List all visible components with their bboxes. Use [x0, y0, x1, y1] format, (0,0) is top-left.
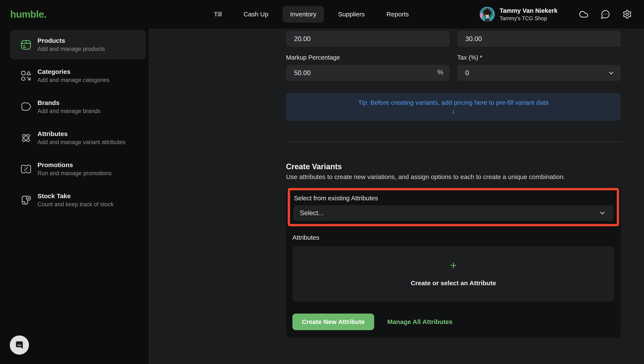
user-name: Tammy Van Niekerk: [500, 7, 557, 14]
sidebar-item-text: Promotions Run and manage promotions: [38, 161, 112, 177]
sidebar-item-label: Brands: [38, 99, 101, 106]
selling-price-input[interactable]: [457, 31, 621, 47]
pricing-tip-banner: Tip: Before creating variants, add prici…: [286, 93, 621, 121]
support-chat-launcher[interactable]: [10, 336, 29, 355]
nav-suppliers[interactable]: Suppliers: [331, 6, 372, 22]
markup-tax-row: Markup Percentage % Tax (%) * 0: [286, 47, 621, 81]
sidebar-item-label: Promotions: [38, 161, 112, 168]
stock-check-icon: [20, 194, 32, 206]
attributes-label: Attributes: [292, 234, 621, 241]
sidebar-item-description: Run and manage promotions: [38, 170, 112, 177]
down-arrow-icon: ↓: [452, 108, 455, 115]
existing-attributes-select[interactable]: Select...: [293, 205, 613, 221]
sidebar-item-description: Add and manage brands: [38, 108, 101, 114]
create-variants-title: Create Variants: [286, 162, 621, 171]
sidebar-item-text: Products Add and manage products: [38, 37, 105, 52]
sidebar-item-label: Stock Take: [38, 192, 114, 200]
tax-select[interactable]: 0: [457, 65, 621, 81]
nav-cash-up[interactable]: Cash Up: [236, 6, 276, 22]
nav-till[interactable]: Till: [206, 6, 229, 22]
topbar-right-cluster: Tammy Van Niekerk Tammy's TCG Shop: [480, 0, 632, 28]
empty-state-text: Create or select an Attribute: [411, 280, 496, 287]
nav-reports[interactable]: Reports: [379, 6, 417, 22]
sidebar-item-label: Products: [38, 37, 105, 44]
tax-label: Tax (%) *: [457, 54, 621, 61]
package-icon: [20, 38, 32, 51]
sidebar-item-description: Add and manage products: [38, 46, 105, 52]
settings-gear-icon[interactable]: [622, 9, 632, 19]
tax-field: Tax (%) * 0: [457, 47, 621, 81]
brand-badge-icon: [20, 100, 32, 113]
selling-price-field: [457, 31, 621, 47]
top-bar: humble. Till Cash Up Inventory Suppliers…: [0, 0, 644, 28]
chevron-down-icon: [599, 210, 606, 217]
topbar-icons: [579, 9, 632, 19]
user-meta: Tammy Van Niekerk Tammy's TCG Shop: [500, 7, 557, 22]
sidebar-item-description: Add and manage variant attributes: [38, 139, 126, 146]
inventory-sidebar: Products Add and manage products Categor…: [0, 28, 149, 364]
sidebar-item-attributes[interactable]: Attributes Add and manage variant attrib…: [10, 123, 146, 153]
cost-price-input[interactable]: [286, 31, 450, 47]
percent-suffix: %: [437, 68, 443, 76]
chat-support-icon[interactable]: [600, 9, 610, 19]
create-new-attribute-button[interactable]: Create New Attribute: [292, 314, 374, 330]
cost-price-field: [286, 31, 450, 47]
manage-all-attributes-link[interactable]: Manage All Attributes: [387, 318, 452, 326]
chat-bubble-icon: [14, 340, 25, 350]
atom-icon: [20, 132, 32, 144]
sidebar-item-products[interactable]: Products Add and manage products: [10, 30, 146, 60]
chevron-down-icon: [607, 70, 615, 77]
tip-text: Tip: Before creating variants, add prici…: [358, 99, 549, 106]
user-avatar: [480, 6, 495, 22]
markup-label: Markup Percentage: [286, 54, 450, 61]
humble-logo: humble.: [10, 8, 46, 20]
existing-attributes-label: Select from existing Attributes: [294, 194, 613, 202]
tutorial-highlight-box: Select from existing Attributes Select..…: [288, 188, 619, 226]
sidebar-item-text: Attributes Add and manage variant attrib…: [38, 130, 126, 146]
primary-nav: Till Cash Up Inventory Suppliers Reports: [206, 6, 416, 22]
product-edit-main: Markup Percentage % Tax (%) * 0 Tip: Bef…: [149, 28, 644, 364]
user-shop: Tammy's TCG Shop: [500, 15, 557, 22]
plus-icon: +: [450, 260, 457, 271]
select-placeholder: Select...: [300, 209, 324, 217]
pricing-form: Markup Percentage % Tax (%) * 0 Tip: Bef…: [286, 31, 621, 338]
markup-field: Markup Percentage %: [286, 47, 450, 81]
section-divider: [286, 142, 621, 142]
sidebar-item-text: Categories Add and manage categories: [38, 68, 110, 84]
user-account-chip[interactable]: Tammy Van Niekerk Tammy's TCG Shop: [480, 6, 557, 22]
sidebar-item-brands[interactable]: Brands Add and manage brands: [10, 92, 146, 122]
sidebar-item-label: Categories: [38, 68, 110, 75]
sidebar-item-description: Count and keep track of stock: [38, 201, 114, 208]
variants-actions-row: Create New Attribute Manage All Attribut…: [292, 314, 621, 330]
sidebar-item-stock-take[interactable]: Stock Take Count and keep track of stock: [10, 185, 146, 215]
cloud-sync-icon[interactable]: [579, 9, 589, 19]
markup-input[interactable]: [286, 65, 450, 81]
price-row: [286, 31, 621, 47]
nav-inventory[interactable]: Inventory: [282, 6, 324, 22]
create-variants-description: Use attributes to create new variations,…: [286, 173, 621, 180]
sidebar-item-categories[interactable]: Categories Add and manage categories: [10, 61, 146, 91]
create-variants-card: Select from existing Attributes Select..…: [286, 188, 621, 338]
sidebar-item-text: Stock Take Count and keep track of stock: [38, 192, 114, 208]
tax-select-value: 0: [465, 69, 469, 77]
shapes-icon: [20, 70, 32, 82]
app-window: humble. Till Cash Up Inventory Suppliers…: [0, 0, 644, 364]
sidebar-item-label: Attributes: [38, 130, 126, 138]
sidebar-item-description: Add and manage categories: [38, 77, 110, 84]
attributes-empty-panel[interactable]: + Create or select an Attribute: [292, 246, 614, 302]
ticket-percent-icon: [20, 163, 32, 176]
sidebar-item-promotions[interactable]: Promotions Run and manage promotions: [10, 154, 146, 184]
sidebar-item-text: Brands Add and manage brands: [38, 99, 101, 114]
